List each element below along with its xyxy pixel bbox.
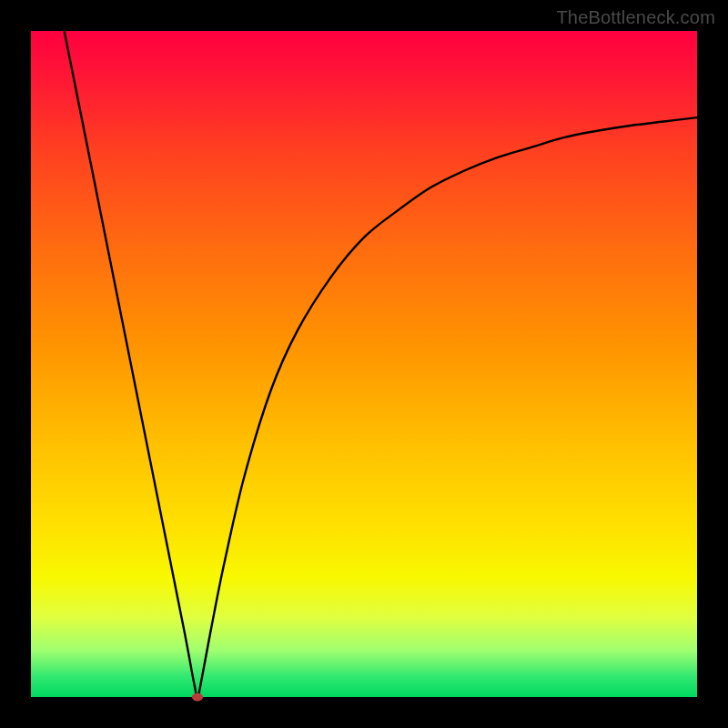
- curve-layer: [31, 31, 697, 697]
- chart-container: TheBottleneck.com: [0, 0, 728, 728]
- bottleneck-curve: [65, 31, 697, 697]
- watermark-text: TheBottleneck.com: [556, 7, 715, 28]
- notch-marker: [192, 693, 203, 702]
- plot-area: [31, 31, 697, 697]
